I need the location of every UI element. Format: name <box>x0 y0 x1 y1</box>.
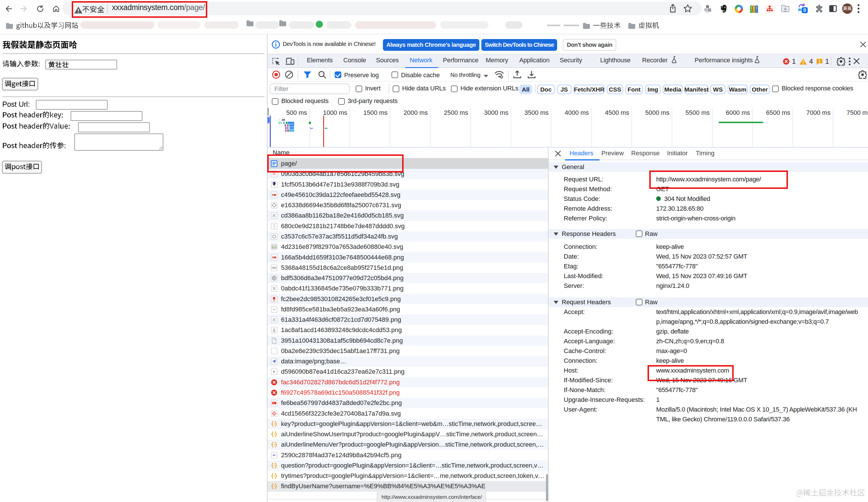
hide-extension-urls-label[interactable]: Hide extension URLs <box>461 85 518 92</box>
extension-folder-download-icon[interactable] <box>781 4 789 13</box>
blocked-requests-label[interactable]: Blocked requests <box>281 97 329 105</box>
banner-switch-chinese-button[interactable]: Switch DevTools to Chinese <box>482 39 557 51</box>
bookmark-folder-vm[interactable] <box>628 21 659 31</box>
request-row[interactable]: 61a331a4f463d6cf0872c1cd7d075489.png <box>268 315 548 325</box>
disable-cache-checkbox[interactable] <box>392 72 398 78</box>
devtools-tab-console[interactable]: Console <box>343 56 366 64</box>
clear-icon[interactable] <box>285 70 293 79</box>
request-row[interactable]: data:image/png;base… <box>268 356 548 367</box>
forward-button[interactable] <box>20 5 27 13</box>
home-button[interactable] <box>52 5 60 13</box>
browser-menu-button[interactable] <box>857 3 860 15</box>
search-button[interactable] <box>318 70 327 80</box>
devtools-menu-button[interactable] <box>848 57 851 67</box>
textarea-resize-handle[interactable] <box>158 146 163 150</box>
profile-avatar[interactable] <box>842 3 852 14</box>
network-overview-timeline[interactable]: 500 ms1000 ms1500 ms2000 ms2500 ms3000 m… <box>268 108 868 147</box>
filter-pill-wasm[interactable]: Wasm <box>727 85 748 94</box>
post-body-textarea[interactable] <box>74 134 163 151</box>
request-row[interactable]: key?product=googlePlugin&appVersion=1&cl… <box>268 419 548 429</box>
details-tab-preview[interactable]: Preview <box>601 149 624 157</box>
third-party-requests-label[interactable]: 3rd-party requests <box>348 97 397 105</box>
devtools-tab-performance-insights[interactable]: Performance insights <box>695 56 753 64</box>
devtools-tab-application[interactable]: Application <box>519 56 549 64</box>
throttling-select[interactable]: No throttling <box>451 72 480 79</box>
extension-sitemap-icon[interactable] <box>765 4 774 13</box>
blocked-response-cookies-label[interactable]: Blocked response cookies <box>782 85 854 92</box>
filter-pill-all[interactable]: All <box>519 85 532 94</box>
preserve-log-checkbox[interactable] <box>335 72 341 78</box>
section-collapse-triangle[interactable] <box>554 232 558 236</box>
bookmark-github[interactable] <box>6 21 79 31</box>
reload-button[interactable] <box>37 5 44 13</box>
filter-pill-manifest[interactable]: Manifest <box>685 85 708 94</box>
browser-menu-icon[interactable] <box>857 3 860 14</box>
filter-pill-fetch-xhr[interactable]: Fetch/XHR <box>574 85 605 94</box>
extensions-puzzle-button[interactable] <box>815 4 824 14</box>
network-conditions-icon[interactable] <box>494 70 504 79</box>
dropdown-caret-icon[interactable] <box>483 75 488 77</box>
banner-match-language-button[interactable]: Always match Chrome's language <box>383 39 479 51</box>
devtools-tab-memory[interactable]: Memory <box>486 56 508 64</box>
details-tab-response[interactable]: Response <box>631 149 660 157</box>
devtools-tab-lighthouse[interactable]: Lighthouse <box>600 56 631 64</box>
warning-badge-icon[interactable] <box>799 58 807 66</box>
extension-sync-icon[interactable]: 0 <box>797 3 808 13</box>
blocked-response-cookies-checkbox[interactable] <box>772 85 779 92</box>
overview-handle[interactable] <box>268 117 269 123</box>
import-har-icon[interactable] <box>513 70 521 79</box>
devtools-close-icon[interactable] <box>853 57 860 65</box>
device-toolbar-button[interactable] <box>285 57 294 66</box>
record-icon[interactable] <box>272 70 280 79</box>
inspect-element-button[interactable] <box>272 57 280 66</box>
bookmark-star-icon[interactable] <box>683 4 692 13</box>
disable-cache-label[interactable]: Disable cache <box>401 72 440 79</box>
invert-label[interactable]: Invert <box>365 85 381 92</box>
request-row[interactable]: fe6bea567997dd4837a8ded07e2fe2bc.png <box>268 398 548 408</box>
record-network-log-button[interactable] <box>272 70 280 80</box>
banner-close-icon[interactable] <box>859 41 867 49</box>
extension-folder-download-button[interactable] <box>781 4 789 14</box>
bookmark-folder-icon[interactable] <box>279 20 287 28</box>
home-icon[interactable] <box>52 5 60 12</box>
extension-cube-icon[interactable] <box>704 4 712 13</box>
extension-sitemap-button[interactable] <box>765 4 774 14</box>
request-row[interactable]: cd386aa8b1162ba18e2e416d0d5cb185.svg <box>268 210 548 221</box>
extension-colorwheel-button[interactable] <box>734 4 743 14</box>
request-row[interactable]: fac346d702827d867bdc6d51d2f4f772.png <box>268 377 548 387</box>
extension-colorwheel-icon[interactable] <box>734 4 743 13</box>
bookmark-star-button[interactable] <box>683 4 692 14</box>
raw-checkbox[interactable] <box>636 230 642 237</box>
extension-evernote-button[interactable] <box>719 4 727 14</box>
filter-pill-doc[interactable]: Doc <box>537 85 555 94</box>
side-panel-button[interactable] <box>829 4 837 14</box>
devtools-tab-sources[interactable]: Sources <box>376 56 399 64</box>
details-tab-headers[interactable]: Headers <box>569 149 593 157</box>
request-row[interactable]: d596090b87ea41d16ca237ea62e7c311.png <box>268 367 548 377</box>
devtools-close-button[interactable] <box>853 57 860 66</box>
throttling-caret-icon[interactable] <box>483 73 488 79</box>
bookmark-folder-icon[interactable] <box>246 20 254 28</box>
warning-count[interactable]: 4 <box>809 57 813 65</box>
share-icon[interactable] <box>669 4 676 13</box>
post-value-input[interactable] <box>78 122 150 132</box>
filter-pill-ws[interactable]: WS <box>710 85 726 94</box>
third-party-requests-checkbox[interactable] <box>338 98 345 105</box>
hide-extension-urls-checkbox[interactable] <box>451 85 457 92</box>
network-settings-button[interactable] <box>858 70 867 80</box>
request-row[interactable]: f6927c49578a69d1c150a5088541f32f.png <box>268 387 548 398</box>
request-row[interactable]: e16338d6694e35b8d6f8fa25007c6731.svg <box>268 200 548 210</box>
error-count[interactable]: 1 <box>792 57 796 65</box>
request-row[interactable]: 1fcf50513b6d47e71b13e9388f709b3d.svg <box>268 179 548 190</box>
filter-pill-other[interactable]: Other <box>750 85 770 94</box>
device-toolbar-icon[interactable] <box>285 57 294 65</box>
request-row[interactable]: 5368a48155d18c6a2ce8ab95f2715e1d.png <box>268 263 548 273</box>
banner-close-icon[interactable] <box>859 41 867 48</box>
request-row[interactable]: 4cd15656f3223cfe3e270408a17a7d9a.svg <box>268 408 548 418</box>
request-row[interactable]: 3951a100431308a1af5c9bb694cd8c7e.png <box>268 336 548 346</box>
post-url-input[interactable] <box>36 100 107 109</box>
details-close-icon[interactable] <box>555 150 561 157</box>
filter-pill-css[interactable]: CSS <box>607 85 623 94</box>
request-row[interactable]: bdf5306d6a3e47510977e09d72c05bd4.png <box>268 273 548 283</box>
network-conditions-button[interactable] <box>494 70 504 80</box>
